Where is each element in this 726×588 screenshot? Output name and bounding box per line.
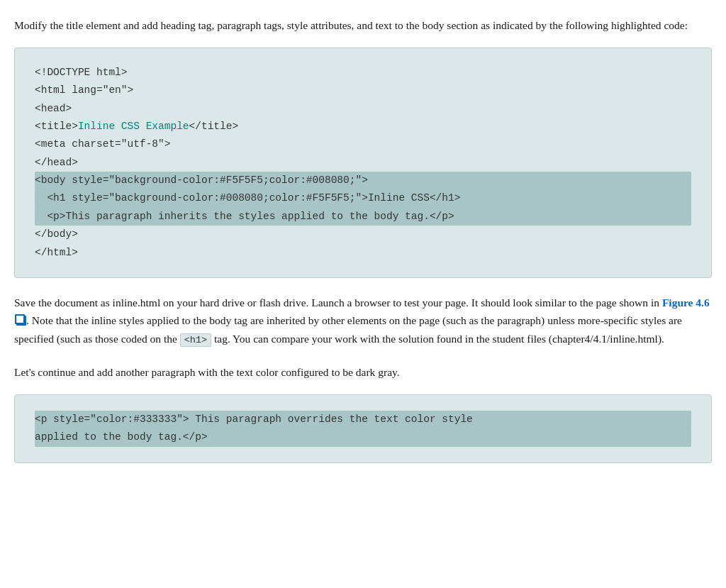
code-line-6: </head> xyxy=(35,154,691,172)
figure-link[interactable]: Figure 4.6 xyxy=(662,296,710,309)
code-line-5: <meta charset="utf-8"> xyxy=(35,135,691,153)
code-block-1: <!DOCTYPE html> <html lang="en"> <head> … xyxy=(14,48,712,278)
code-line-8-highlighted: <h1 style="background-color:#008080;colo… xyxy=(35,189,691,207)
code-line-4: <title>Inline CSS Example</title> xyxy=(35,118,691,135)
code-line-11: </html> xyxy=(35,244,691,262)
code-line-p2-highlighted: applied to the body tag.</p> xyxy=(35,428,691,446)
code-line-10: </body> xyxy=(35,226,691,243)
description-paragraph: Save the document as inline.html on your… xyxy=(14,294,712,348)
code-line-3: <head> xyxy=(35,100,691,118)
lets-paragraph: Let's continue and add another paragraph… xyxy=(14,364,712,382)
copy-icon xyxy=(16,316,26,326)
code-line-9-highlighted: <p>This paragraph inherits the styles ap… xyxy=(35,208,691,226)
code-block-2: <p style="color:#333333"> This paragraph… xyxy=(14,394,712,463)
code-line-7-highlighted: <body style="background-color:#F5F5F5;co… xyxy=(35,172,691,189)
intro-paragraph: Modify the title element and add heading… xyxy=(14,17,712,35)
code-line-p1-highlighted: <p style="color:#333333"> This paragraph… xyxy=(35,411,691,428)
inline-code-h1: <h1> xyxy=(180,333,211,347)
code-line-2: <html lang="en"> xyxy=(35,82,691,99)
desc-text-end: tag. You can compare your work with the … xyxy=(211,333,664,345)
code-line-1: <!DOCTYPE html> xyxy=(35,64,691,82)
desc-text-before-link: Save the document as inline.html on your… xyxy=(14,296,662,309)
